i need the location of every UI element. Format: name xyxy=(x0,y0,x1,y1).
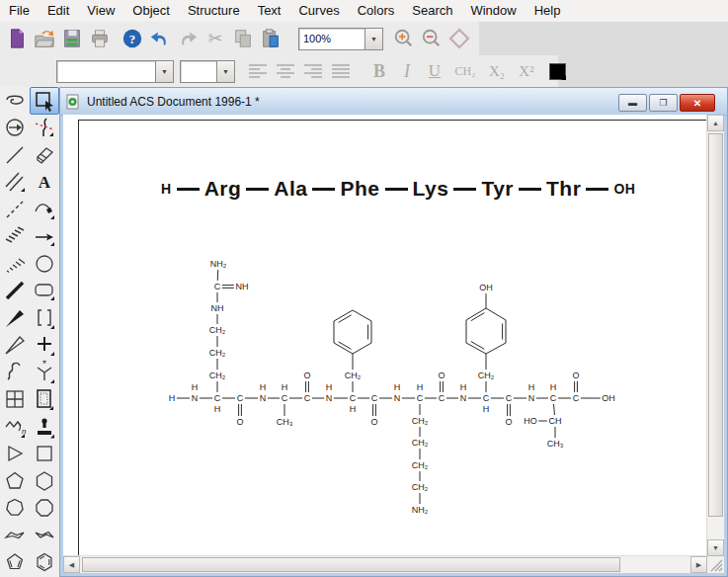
print-button[interactable] xyxy=(87,26,113,51)
font-name-combo-arrow[interactable]: ▼ xyxy=(155,61,173,82)
octagon-tool[interactable] xyxy=(30,495,59,523)
font-size-combo-arrow[interactable]: ▼ xyxy=(216,61,234,82)
undo-button[interactable] xyxy=(147,26,173,51)
scroll-down-button[interactable]: ▼ xyxy=(707,539,724,556)
arrow-tool[interactable] xyxy=(30,223,59,251)
zoom-combo-arrow[interactable]: ▼ xyxy=(364,29,382,49)
save-button[interactable] xyxy=(59,26,85,51)
hash-bond-tool[interactable] xyxy=(0,223,30,251)
heptagon-tool[interactable] xyxy=(0,495,30,523)
zoom-out-button[interactable] xyxy=(419,26,445,51)
zoom-out-icon xyxy=(421,28,443,49)
clean-structure-tool[interactable] xyxy=(30,115,59,142)
triangle-tool[interactable] xyxy=(0,441,30,468)
horizontal-scrollbar[interactable]: ◀ ▶ xyxy=(63,555,707,573)
atom-label: H xyxy=(417,382,424,392)
solid-wedge-tool[interactable] xyxy=(0,304,30,332)
scroll-left-button[interactable]: ◀ xyxy=(63,556,80,573)
bold-bond-tool[interactable] xyxy=(0,278,30,305)
double-bond-tool[interactable] xyxy=(0,169,30,197)
rounded-rect-tool[interactable] xyxy=(30,278,59,305)
svg-text:*: * xyxy=(42,361,46,370)
menu-window[interactable]: Window xyxy=(461,0,525,22)
copy-button[interactable] xyxy=(230,26,256,51)
new-document-button[interactable] xyxy=(4,26,30,51)
document-titlebar[interactable]: Untitled ACS Document 1996-1 * ▬ ❐ ✕ xyxy=(60,88,727,116)
text-box-tool[interactable] xyxy=(30,386,59,414)
vertical-scrollbar[interactable]: ▲ ▼ xyxy=(706,115,724,556)
formula-button[interactable]: CH₂ xyxy=(449,58,481,84)
menu-object[interactable]: Object xyxy=(123,0,179,22)
align-center-button[interactable] xyxy=(273,58,298,84)
hexagon-tool[interactable] xyxy=(30,467,59,495)
attachment-point-tool[interactable]: * xyxy=(30,359,59,386)
benzene-tool[interactable] xyxy=(30,549,59,577)
close-button[interactable]: ✕ xyxy=(680,94,715,112)
vertical-scroll-thumb[interactable] xyxy=(708,133,723,517)
hashed-wedge-tool[interactable] xyxy=(0,250,30,278)
marquee-tool[interactable] xyxy=(30,87,59,115)
lasso-tool[interactable] xyxy=(0,87,30,115)
plus-tool[interactable] xyxy=(30,332,59,360)
menu-edit[interactable]: Edit xyxy=(39,0,78,22)
menu-view[interactable]: View xyxy=(78,0,123,22)
subscript-button[interactable]: X₂ xyxy=(483,58,511,84)
menu-structure[interactable]: Structure xyxy=(179,0,249,22)
menu-colors[interactable]: Colors xyxy=(349,0,404,22)
scroll-right-button[interactable]: ▶ xyxy=(690,556,707,573)
open-button[interactable] xyxy=(32,26,57,51)
template-stamp-tool[interactable] xyxy=(30,413,59,441)
pentagon-tool[interactable] xyxy=(0,467,30,495)
align-justify-button[interactable] xyxy=(328,58,354,84)
resize-grip[interactable] xyxy=(707,556,724,573)
polymer-repeat-tool[interactable]: n xyxy=(0,413,30,441)
dashed-bond-tool[interactable] xyxy=(0,196,30,223)
minimize-button[interactable]: ▬ xyxy=(618,94,647,112)
text-tool[interactable]: A xyxy=(30,169,59,197)
bond-line xyxy=(471,313,485,321)
align-right-button[interactable] xyxy=(300,58,326,84)
zoom-combo[interactable]: 100% ▼ xyxy=(298,28,383,50)
ellipse-tool[interactable] xyxy=(30,250,59,278)
scroll-up-button[interactable]: ▲ xyxy=(707,115,724,131)
atom-label: H xyxy=(350,404,357,414)
color-swatch[interactable] xyxy=(549,63,566,80)
menu-curves[interactable]: Curves xyxy=(289,0,348,22)
svg-text:A: A xyxy=(39,173,51,192)
chemical-symbols-button[interactable] xyxy=(446,26,472,51)
help-button[interactable]: ? xyxy=(120,26,145,51)
template-stamp-icon xyxy=(33,415,56,439)
horizontal-scroll-thumb[interactable] xyxy=(82,557,620,572)
restore-button[interactable]: ❐ xyxy=(649,94,678,112)
atom-label: C xyxy=(214,282,221,291)
single-bond-tool[interactable] xyxy=(0,141,30,169)
align-left-button[interactable] xyxy=(245,58,271,84)
cyclopentadiene-tool[interactable] xyxy=(0,549,30,577)
eraser-tool[interactable] xyxy=(30,141,59,169)
cut-button[interactable]: ✂ xyxy=(202,26,228,51)
font-size-combo[interactable]: ▼ xyxy=(180,60,235,83)
undo-icon xyxy=(149,28,171,49)
bracket-tool[interactable] xyxy=(30,304,59,332)
square-tool[interactable] xyxy=(30,441,59,468)
menu-help[interactable]: Help xyxy=(526,0,570,22)
font-name-combo[interactable]: ▼ xyxy=(56,60,174,83)
paste-button[interactable] xyxy=(258,26,283,51)
structure-svg[interactable]: HNHCHCONHCHCH₃CONHCHCONHCHCONHCHCONHCHCO… xyxy=(62,114,708,556)
redo-button[interactable] xyxy=(175,26,201,51)
superscript-button[interactable]: X² xyxy=(513,58,540,84)
hollow-wedge-tool[interactable] xyxy=(0,332,30,360)
italic-button[interactable]: I xyxy=(394,58,420,84)
menu-text[interactable]: Text xyxy=(249,0,290,22)
underline-button[interactable]: U xyxy=(422,58,447,84)
cyclohexane-chair1-tool[interactable] xyxy=(0,522,30,549)
zoom-in-button[interactable] xyxy=(391,26,417,51)
pen-tool[interactable] xyxy=(30,196,59,223)
cyclohexane-chair2-tool[interactable] xyxy=(30,522,59,549)
orbit-select-tool[interactable] xyxy=(0,115,30,142)
table-tool[interactable] xyxy=(0,386,30,414)
bold-button[interactable]: B xyxy=(366,58,392,84)
menu-file[interactable]: File xyxy=(0,0,39,22)
menu-search[interactable]: Search xyxy=(403,0,461,22)
wavy-bond-tool[interactable] xyxy=(0,359,30,386)
